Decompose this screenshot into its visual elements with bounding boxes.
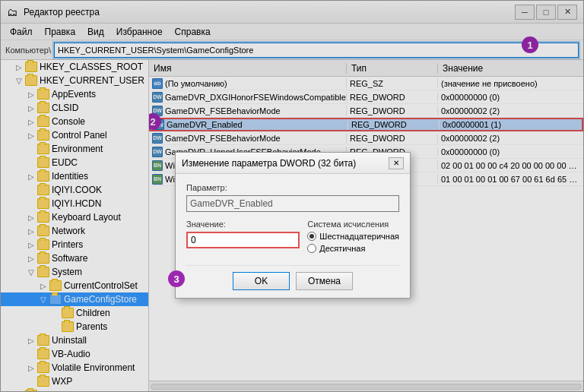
cancel-button[interactable]: Отмена xyxy=(296,272,353,290)
value-label: Значение: xyxy=(186,220,300,229)
radio-circle-hex xyxy=(307,232,316,241)
value-input[interactable] xyxy=(186,232,300,248)
dialog-dword-edit: Изменение параметра DWORD (32 бита) ✕ Па… xyxy=(175,152,411,299)
numbase-label: Система исчисления xyxy=(307,220,399,229)
value-section: Значение: xyxy=(186,220,300,248)
param-input xyxy=(186,195,399,212)
param-label: Параметр: xyxy=(186,183,399,192)
dialog-buttons: OK Отмена xyxy=(186,265,399,290)
dialog-close-button[interactable]: ✕ xyxy=(389,157,404,169)
badge-3: 3 xyxy=(168,270,185,287)
radio-hex[interactable]: Шестнадцатеричная xyxy=(307,232,399,241)
radio-dec[interactable]: Десятичная xyxy=(307,244,399,253)
dialog-titlebar: Изменение параметра DWORD (32 бита) ✕ xyxy=(176,153,410,174)
dialog-title: Изменение параметра DWORD (32 бита) xyxy=(182,158,389,169)
dialog-overlay: Изменение параметра DWORD (32 бита) ✕ Па… xyxy=(0,0,584,392)
dialog-content: Параметр: Значение: Система исчисления Ш… xyxy=(176,174,410,298)
ok-button[interactable]: OK xyxy=(233,272,290,290)
radio-circle-dec xyxy=(307,244,316,253)
radios-section: Система исчисления Шестнадцатеричная Дес… xyxy=(307,220,399,256)
dialog-row-value: Значение: Система исчисления Шестнадцате… xyxy=(186,220,399,256)
